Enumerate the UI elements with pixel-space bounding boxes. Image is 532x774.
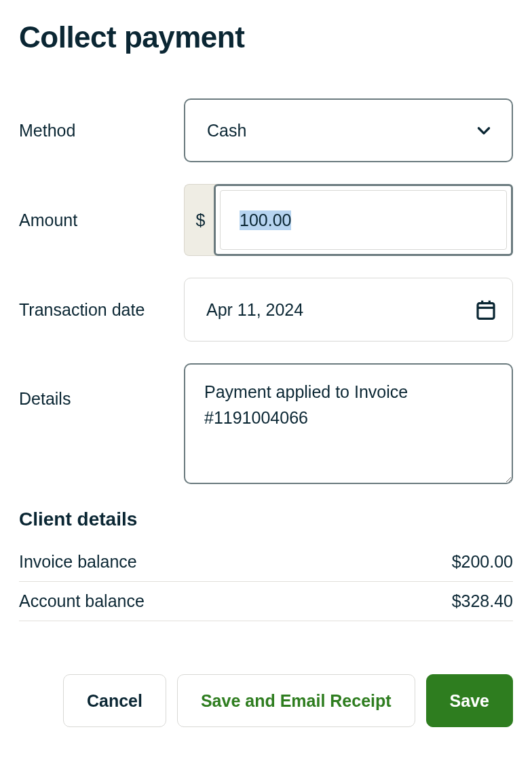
amount-row: Amount $: [19, 184, 513, 256]
invoice-balance-value: $200.00: [452, 552, 513, 572]
transaction-date-row: Transaction date: [19, 278, 513, 342]
transaction-date-label: Transaction date: [19, 300, 184, 320]
client-details-title: Client details: [19, 509, 513, 530]
invoice-balance-row: Invoice balance $200.00: [19, 542, 513, 582]
details-textarea-wrap: [184, 363, 513, 487]
amount-input-focus-ring: [214, 184, 513, 256]
details-row: Details: [19, 363, 513, 487]
currency-symbol: $: [184, 184, 216, 256]
cancel-button[interactable]: Cancel: [63, 674, 166, 727]
account-balance-label: Account balance: [19, 591, 145, 611]
amount-input-wrap: $: [184, 184, 513, 256]
amount-label: Amount: [19, 210, 184, 230]
details-textarea[interactable]: [184, 363, 513, 484]
account-balance-row: Account balance $328.40: [19, 582, 513, 621]
date-input-wrap: [184, 278, 513, 342]
amount-input[interactable]: [220, 190, 507, 250]
method-select-wrap: Cash: [184, 98, 513, 162]
save-button[interactable]: Save: [426, 674, 513, 727]
transaction-date-input[interactable]: [184, 278, 513, 342]
method-select[interactable]: Cash: [184, 98, 513, 162]
method-row: Method Cash: [19, 98, 513, 162]
button-row: Cancel Save and Email Receipt Save: [19, 674, 513, 727]
save-and-email-button[interactable]: Save and Email Receipt: [177, 674, 415, 727]
account-balance-value: $328.40: [452, 591, 513, 611]
details-label: Details: [19, 363, 184, 409]
method-value: Cash: [207, 121, 246, 140]
page-title: Collect payment: [19, 20, 513, 54]
invoice-balance-label: Invoice balance: [19, 552, 137, 572]
method-label: Method: [19, 121, 184, 141]
